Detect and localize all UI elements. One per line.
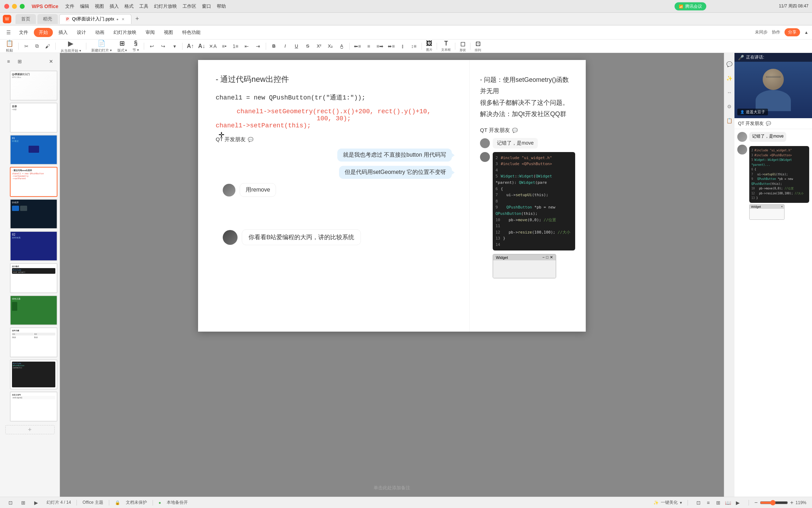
view-grid-btn[interactable]: ⊞ xyxy=(713,498,723,508)
add-slide-button[interactable]: + xyxy=(2,424,57,436)
paste-button[interactable]: 📋 粘贴 xyxy=(4,40,16,53)
right-tool-5[interactable]: 📋 xyxy=(725,116,734,125)
hamburger-menu-button[interactable]: ☰ xyxy=(4,28,13,37)
layout-button[interactable]: ⊞ 版式 ▾ xyxy=(115,40,129,53)
arrange-button[interactable]: ⊡ 排列 xyxy=(473,40,482,53)
ribbon-tab-special[interactable]: 特色功能 xyxy=(179,28,204,37)
right-tool-2[interactable]: ✨ xyxy=(725,74,734,83)
traffic-lights[interactable] xyxy=(4,4,25,9)
menu-item-window[interactable]: 窗口 xyxy=(202,3,211,10)
copy-icon[interactable]: ⧉ xyxy=(32,41,42,51)
bullet-list-button[interactable]: ≡• xyxy=(219,41,229,51)
menu-item-insert[interactable]: 插入 xyxy=(110,3,119,10)
slide-list-view-btn[interactable]: ≡ xyxy=(4,56,13,66)
right-tool-3[interactable]: ↔ xyxy=(725,88,734,97)
slide-1-thumbnail[interactable]: Qt界面设计入门 WPS Office xyxy=(10,71,57,101)
add-note-area[interactable]: 单击此处添加备注 xyxy=(198,485,586,491)
maximize-button[interactable] xyxy=(20,4,25,9)
menu-item-workspace[interactable]: 工作区 xyxy=(183,3,196,10)
textbox-button[interactable]: T 文本框 xyxy=(440,40,452,52)
section-button[interactable]: § 节 ▾ xyxy=(130,40,141,53)
close-window-button[interactable] xyxy=(4,4,9,9)
slide-panel-close-btn[interactable]: ✕ xyxy=(46,56,56,66)
menu-item-format[interactable]: 格式 xyxy=(124,3,134,10)
tab-close-button[interactable]: ✕ xyxy=(121,17,125,22)
slide-11-thumbnail[interactable]: 自定义信号 emit signal() xyxy=(10,392,57,422)
ribbon-tab-animation[interactable]: 动画 xyxy=(92,28,108,37)
bold-button[interactable]: B xyxy=(269,41,279,51)
format-painter-icon[interactable]: 🖌 xyxy=(43,41,53,51)
slide-10-thumbnail[interactable]: #include QPushButton connect() xyxy=(10,359,57,389)
ribbon-tab-review[interactable]: 审阅 xyxy=(142,28,158,37)
font-decrease-button[interactable]: A↓ xyxy=(197,41,207,51)
slide-8-thumbnail[interactable]: 绿色主题 xyxy=(10,295,57,325)
new-slide-button[interactable]: 📄 新建幻灯片 ▾ xyxy=(89,40,114,53)
collapse-ribbon-btn[interactable]: ▲ xyxy=(804,30,808,35)
beautify-btn[interactable]: ✨ 一键美化 ▾ xyxy=(653,500,682,506)
slide-play-icon[interactable]: ▶ xyxy=(31,498,41,508)
shape-button[interactable]: ◻ 形状 xyxy=(458,40,467,53)
minimize-button[interactable] xyxy=(12,4,17,9)
sync-status[interactable]: 未同步 xyxy=(755,29,768,35)
widget-close-btn[interactable]: ✕ xyxy=(550,255,553,260)
more-undo-button[interactable]: ▾ xyxy=(170,41,179,51)
decrease-indent-button[interactable]: ⇤ xyxy=(242,41,252,51)
undo-button[interactable]: ↩ xyxy=(147,41,157,51)
view-fullscreen-btn[interactable]: ▶ xyxy=(733,498,743,508)
slide-2-thumbnail[interactable]: 目录 • 内容 xyxy=(10,103,57,133)
redo-button[interactable]: ↪ xyxy=(158,41,168,51)
menu-item-help[interactable]: 帮助 xyxy=(217,3,226,10)
view-reader-btn[interactable]: 📖 xyxy=(723,498,733,508)
clear-format-button[interactable]: ✕A xyxy=(208,41,218,51)
tab-home[interactable]: 首页 xyxy=(16,14,36,24)
slide-fit-icon[interactable]: ⊞ xyxy=(18,498,28,508)
zoom-slider[interactable] xyxy=(760,500,788,506)
ribbon-tab-file[interactable]: 文件 xyxy=(16,28,32,37)
scissors-icon[interactable]: ✂ xyxy=(21,41,31,51)
subscript-button[interactable]: X₂ xyxy=(325,41,335,51)
zoom-out-btn[interactable]: − xyxy=(755,500,758,506)
widget-max-btn[interactable]: □ xyxy=(546,255,548,260)
right-tool-4[interactable]: ⚙ xyxy=(725,102,734,111)
menu-item-slideshow[interactable]: 幻灯片放映 xyxy=(154,3,177,10)
slide-7-thumbnail[interactable]: 设计模式 #include void setup() xyxy=(10,263,57,293)
widget-min-btn[interactable]: − xyxy=(542,255,545,260)
ribbon-tab-start[interactable]: 开始 xyxy=(34,28,53,37)
font-increase-button[interactable]: A↑ xyxy=(185,41,195,51)
ribbon-tab-view[interactable]: 视图 xyxy=(160,28,177,37)
slide-6-thumbnail[interactable]: 02 控件布局 xyxy=(10,231,57,261)
new-tab-button[interactable]: + xyxy=(133,15,141,23)
view-outline-btn[interactable]: ≡ xyxy=(703,498,713,508)
line-spacing-button[interactable]: ↕≡ xyxy=(409,41,419,51)
ribbon-tab-insert[interactable]: 插入 xyxy=(55,28,71,37)
tencent-meeting-badge[interactable]: 📶 腾讯会议 xyxy=(675,2,706,10)
menu-item-tools[interactable]: 工具 xyxy=(139,3,148,10)
insert-image-button[interactable]: 🖼 图片 xyxy=(425,40,434,52)
ribbon-tab-design[interactable]: 设计 xyxy=(73,28,90,37)
slide-grid-view-btn[interactable]: ⊞ xyxy=(15,56,25,66)
menu-item-edit[interactable]: 编辑 xyxy=(80,3,89,10)
italic-button[interactable]: I xyxy=(280,41,290,51)
menu-item-view[interactable]: 视图 xyxy=(95,3,104,10)
slide-4-thumbnail[interactable]: - 通过代码new出控件 chanel1 = new QPushButton -… xyxy=(10,167,57,197)
slide-5-thumbnail[interactable]: Qt程序 xyxy=(10,199,57,229)
dock-app-icon[interactable]: W xyxy=(3,15,11,23)
slide-3-thumbnail[interactable]: 01 Qt概述 xyxy=(10,135,57,165)
right-tool-1[interactable]: 💬 xyxy=(725,60,734,68)
superscript-button[interactable]: X² xyxy=(314,41,324,51)
slide-canvas[interactable]: - 通过代码new出控件 chanel1 = new QPushButton(t… xyxy=(198,60,586,332)
columns-button[interactable]: ⫿ xyxy=(398,41,407,51)
tab-daoke[interactable]: 稻壳 xyxy=(37,14,58,24)
zoom-in-btn[interactable]: + xyxy=(790,500,793,506)
share-btn[interactable]: 分享 xyxy=(785,28,800,36)
strikethrough-button[interactable]: S xyxy=(303,41,313,51)
play-from-current-button[interactable]: ▶ 从当前开始 ▾ xyxy=(59,39,83,53)
menu-item-file[interactable]: 文件 xyxy=(65,3,74,10)
slide-9-thumbnail[interactable]: 信号与槽 列1 列2 数据 数据 xyxy=(10,327,57,357)
slide-layout-icon[interactable]: ⊡ xyxy=(6,498,16,508)
align-right-button[interactable]: ≡➡ xyxy=(375,41,385,51)
align-center-button[interactable]: ≡ xyxy=(364,41,374,51)
align-left-button[interactable]: ⬅≡ xyxy=(352,41,362,51)
increase-indent-button[interactable]: ⇥ xyxy=(253,41,263,51)
justify-button[interactable]: ⬌≡ xyxy=(386,41,396,51)
